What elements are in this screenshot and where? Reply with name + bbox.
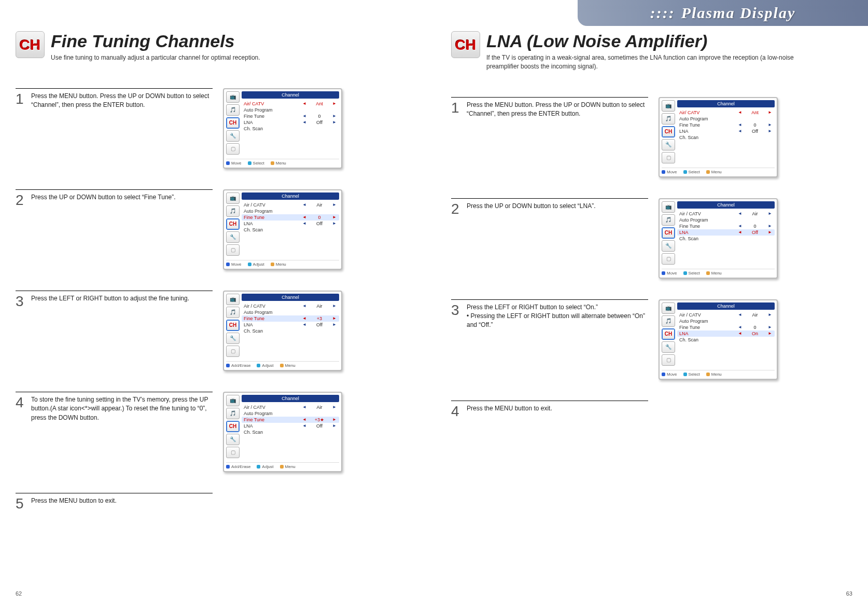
osd-sidebar: 📺🎵CH🔧▢	[226, 192, 242, 256]
right-arrow-icon: ►	[332, 101, 337, 106]
step-body: Press the UP or DOWN button to select “L…	[467, 202, 596, 216]
hint-dot-icon	[662, 271, 665, 275]
osd-row-label: Fine Tune	[244, 215, 300, 220]
osd-screenshot: 📺🎵CH🔧▢ Channel Air / CATV ◄ Air ► Auto P…	[659, 198, 778, 279]
osd-hint: Move	[662, 372, 677, 377]
osd-row: Fine Tune ◄ 0 ►	[677, 122, 775, 128]
osd-row-value: 0	[309, 114, 330, 119]
osd-row-label: Auto Program	[244, 310, 337, 315]
hint-dot-icon	[257, 465, 260, 469]
osd-hints: MoveSelectMenu	[662, 269, 775, 276]
ch-badge-icon: CH	[451, 31, 480, 58]
right-arrow-icon: ►	[767, 325, 773, 329]
osd-row-label: Fine Tune	[244, 316, 300, 321]
osd-sidebar: 📺🎵CH🔧▢	[662, 100, 677, 163]
osd-hint: Add/Erase	[226, 464, 250, 469]
osd-row-value: Off	[309, 423, 330, 429]
right-arrow-icon: ►	[332, 114, 337, 118]
osd-sidebar-icon: 🎵	[662, 214, 675, 226]
step: 3 Press the LEFT or RIGHT button to adju…	[16, 291, 436, 371]
right-arrow-icon: ►	[767, 230, 773, 235]
step-text-block: 3 Press the LEFT or RIGHT button to adju…	[16, 291, 213, 309]
hint-dot-icon	[683, 170, 687, 174]
right-arrow-icon: ►	[332, 322, 337, 327]
osd-row-label: Fine Tune	[244, 417, 300, 422]
osd-screenshot: 📺🎵CH🔧▢ Channel Air/ CATV ◄ Ant ► Auto Pr…	[223, 88, 342, 169]
osd-hints: MoveSelectMenu	[226, 159, 339, 166]
osd-sidebar-icon: 🎵	[226, 205, 240, 217]
osd-row: LNA ◄ Off ►	[242, 221, 339, 227]
osd-sidebar-icon: ▢	[662, 354, 675, 366]
osd-row-label: Ch. Scan	[244, 430, 337, 435]
hint-dot-icon	[662, 170, 665, 174]
hint-dot-icon	[706, 170, 710, 174]
osd-sidebar-icon: 🔧	[226, 333, 240, 344]
osd-row-value: Air	[745, 211, 765, 216]
osd-hint: Adjust	[248, 262, 264, 267]
osd-row: Fine Tune ◄ +3 ►	[242, 315, 339, 322]
hint-dot-icon	[248, 161, 251, 165]
osd-hint: Select	[683, 271, 700, 276]
left-arrow-icon: ◄	[302, 114, 307, 118]
osd-hint: Move	[662, 271, 677, 276]
osd-row-value: Off	[309, 322, 330, 327]
osd-row: Air/ CATV ◄ Ant ►	[242, 101, 339, 107]
osd-hint: Adjust	[257, 363, 273, 368]
osd-sidebar-icon: 🔧	[662, 139, 675, 150]
osd-row-label: Ch. Scan	[679, 236, 773, 241]
osd-sidebar-icon: 📺	[226, 91, 240, 103]
osd-row-label: Air / CATV	[244, 202, 300, 208]
osd-sidebar: 📺🎵CH🔧▢	[226, 91, 242, 155]
left-arrow-icon: ◄	[737, 211, 743, 216]
osd-hint: Menu	[271, 262, 286, 267]
step-body: Press the MENU button. Press the UP or D…	[467, 101, 648, 119]
right-arrow-icon: ►	[332, 423, 337, 428]
osd-sidebar-icon: CH	[226, 421, 240, 432]
osd-hint: Menu	[271, 161, 286, 166]
left-arrow-icon: ◄	[302, 405, 307, 409]
osd-row-label: LNA	[679, 331, 735, 336]
osd-row: Ch. Scan	[242, 429, 339, 435]
right-arrow-icon: ►	[332, 215, 337, 219]
step-text-block: 1 Press the MENU button. Press the UP or…	[16, 88, 213, 110]
osd-title: Channel	[242, 192, 339, 200]
osd-row-value: Off	[309, 221, 330, 226]
osd-row: Auto Program	[677, 318, 775, 324]
osd-row-label: Fine Tune	[679, 122, 735, 128]
right-arrow-icon: ►	[332, 405, 337, 409]
osd-title: Channel	[677, 201, 775, 209]
osd-sidebar-icon: 🔧	[226, 130, 240, 142]
hint-dot-icon	[226, 161, 230, 165]
osd-row: Fine Tune ◄ 0 ►	[677, 324, 775, 330]
hint-dot-icon	[226, 263, 230, 266]
osd-row-value: Off	[309, 120, 330, 125]
hint-dot-icon	[280, 465, 284, 469]
osd-row-label: Auto Program	[679, 116, 773, 121]
osd-row-label: LNA	[679, 230, 735, 235]
osd-row-label: Ch. Scan	[244, 328, 337, 334]
osd-row-value: +3	[309, 316, 330, 321]
osd-sidebar-icon: CH	[226, 320, 240, 331]
hint-dot-icon	[271, 161, 274, 165]
osd-sidebar-icon: 🎵	[226, 104, 240, 116]
step-text-block: 2 Press the UP or DOWN button to select …	[451, 198, 648, 216]
right-arrow-icon: ►	[767, 312, 773, 317]
left-arrow-icon: ◄	[737, 122, 743, 127]
step-number: 1	[451, 101, 463, 119]
hint-dot-icon	[271, 263, 274, 266]
osd-title: Channel	[677, 100, 775, 107]
osd-sidebar-icon: ▢	[226, 346, 240, 357]
page-subtitle-right: If the TV is operating in a weak-signal …	[486, 53, 808, 71]
steps-left: 1 Press the MENU button. Press the UP or…	[16, 88, 436, 511]
osd-sidebar-icon: CH	[662, 126, 675, 137]
left-arrow-icon: ◄	[302, 423, 307, 428]
osd-sidebar-icon: 🎵	[226, 408, 240, 419]
osd-sidebar-icon: 🎵	[226, 307, 240, 318]
step: 2 Press the UP or DOWN button to select …	[16, 189, 436, 270]
step-text-block: 4 Press the MENU button to exit.	[451, 401, 648, 419]
left-arrow-icon: ◄	[737, 129, 743, 133]
osd-title: Channel	[242, 91, 339, 99]
right-arrow-icon: ►	[767, 129, 773, 133]
osd-sidebar-icon: 📺	[226, 395, 240, 406]
osd-row-label: Ch. Scan	[244, 227, 337, 232]
